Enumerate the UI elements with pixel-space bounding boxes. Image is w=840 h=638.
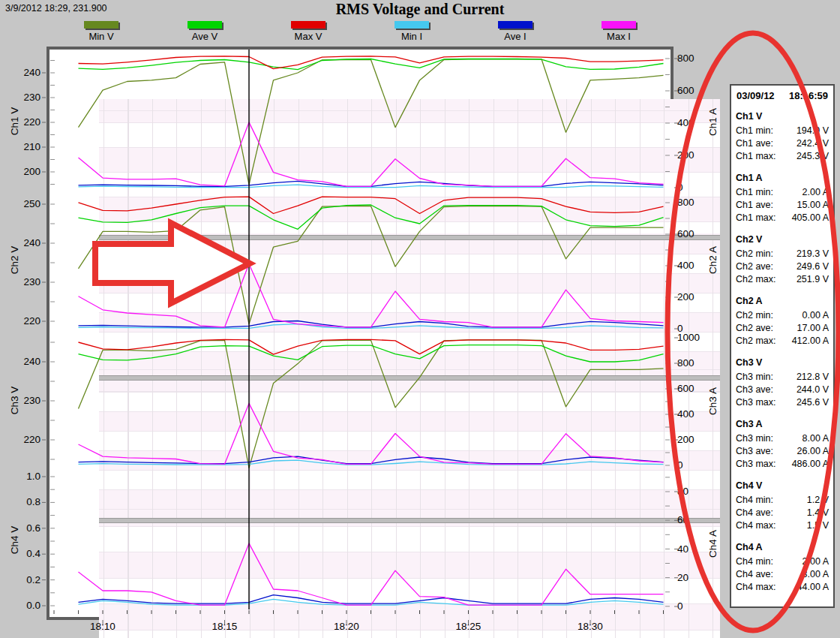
stats-group-ch3-v: Ch3 VCh3 min:212.8 VCh3 ave:244.0 VCh3 m… [736, 357, 829, 409]
stats-row: Ch1 ave:242.4 V [736, 137, 829, 150]
y-axis-tick-label: 200 [677, 434, 716, 445]
y-axis-tick-label: 220 [3, 315, 40, 327]
y-axis-tick-label: 800 [677, 53, 716, 64]
app-window: 3/9/2012 18:29, 231.900 RMS Voltage and … [0, 0, 840, 638]
stats-header: 03/09/12 18:16:59 [736, 89, 829, 101]
legend-item-max-i[interactable]: Max I [567, 21, 670, 42]
stats-group-ch2-a: Ch2 ACh2 min:0.00 ACh2 ave:17.00 ACh2 ma… [736, 295, 829, 348]
legend-swatch-ave-i-icon [498, 21, 532, 29]
stats-group-ch2-v: Ch2 VCh2 min:219.3 VCh2 ave:249.6 VCh2 m… [736, 233, 829, 286]
stats-row-value: 15.00 A [797, 199, 829, 212]
stats-row: Ch3 max:486.00 A [736, 458, 829, 471]
legend-item-ave-v[interactable]: Ave V [153, 21, 256, 42]
axis-label-ch3-v: Ch3 V [9, 378, 20, 423]
legend-label: Max V [295, 31, 322, 42]
y-axis-tick-label: 0.2 [3, 574, 40, 585]
stats-row: Ch2 max:251.9 V [736, 273, 829, 286]
legend-item-max-v[interactable]: Max V [256, 21, 360, 42]
stats-row-value: 3.00 A [802, 568, 829, 581]
stats-row-value: 1.2 V [807, 494, 829, 507]
stats-row: Ch4 max:1.5 V [736, 519, 829, 532]
stats-group-ch4-a: Ch4 ACh4 min:2.00 ACh4 ave:3.00 ACh4 max… [736, 541, 829, 594]
stats-row-value: 1.4 V [807, 507, 829, 519]
stats-row-value: 219.3 V [796, 248, 829, 260]
stats-row-label: Ch4 max: [736, 519, 776, 532]
y-axis-tick-label: 0 [677, 182, 716, 193]
axis-label-ch2-v: Ch2 V [9, 238, 20, 283]
stats-row-value: 8.00 A [802, 432, 829, 445]
stats-group-title: Ch4 A [736, 541, 829, 554]
page-title: RMS Voltage and Current [0, 1, 840, 18]
stats-group-title: Ch4 V [736, 480, 829, 492]
cursor-stats-panel: 03/09/12 18:16:59 Ch1 VCh1 min:194.9 VCh… [730, 84, 835, 608]
y-axis-tick-label: 240 [3, 356, 40, 367]
stats-row-label: Ch1 max: [736, 150, 776, 163]
legend-label: Min I [401, 31, 422, 42]
stats-group-title: Ch1 V [736, 110, 829, 123]
stats-group-ch1-a: Ch1 ACh1 min:2.00 ACh1 ave:15.00 ACh1 ma… [736, 172, 829, 224]
legend-label: Max I [607, 31, 631, 42]
stats-row-label: Ch2 ave: [736, 322, 773, 335]
stats-row-value: 405.00 A [792, 212, 829, 224]
stats-row-label: Ch3 max: [736, 396, 776, 409]
stats-row-label: Ch4 ave: [736, 507, 773, 519]
legend-item-ave-i[interactable]: Ave I [464, 21, 567, 42]
y-axis-tick-label: 200 [677, 291, 716, 302]
axis-label-ch3-a: Ch3 A [707, 379, 718, 424]
stats-row: Ch2 ave:17.00 A [736, 322, 829, 335]
panel-splitter[interactable] [99, 375, 720, 381]
stats-row-value: 245.6 V [796, 396, 829, 409]
stats-row: Ch1 ave:15.00 A [736, 199, 829, 212]
stats-row-label: Ch3 max: [736, 458, 776, 471]
x-axis-tick-label: 18:25 [446, 621, 491, 632]
axis-label-ch1-a: Ch1 A [707, 100, 718, 145]
stats-row: Ch4 ave:3.00 A [736, 568, 829, 581]
chart-panel-ch4[interactable] [99, 523, 720, 638]
chart-panel-ch2[interactable] [99, 240, 720, 375]
legend-item-min-i[interactable]: Min I [360, 21, 464, 42]
legend: Min VAve VMax VMin IAve IMax I [50, 21, 670, 42]
stats-row: Ch1 min:194.9 V [736, 125, 829, 137]
y-axis-tick-label: 0.8 [3, 496, 40, 507]
stats-row-label: Ch3 ave: [736, 445, 773, 458]
stats-row: Ch1 min:2.00 A [736, 186, 829, 199]
y-axis-tick-label: 200 [677, 149, 716, 161]
stats-row: Ch2 min:219.3 V [736, 248, 829, 260]
stats-row-value: 0.00 A [802, 309, 829, 322]
x-axis-tick-label: 18:20 [324, 621, 369, 632]
legend-swatch-max-i-icon [602, 21, 636, 29]
stats-row: Ch4 min:2.00 A [736, 555, 829, 568]
y-axis-tick-label: 220 [3, 434, 40, 445]
panel-splitter[interactable] [99, 518, 720, 523]
y-axis-tick-label: 1000 [677, 332, 716, 343]
y-axis-tick-label: 600 [677, 85, 716, 96]
y-axis-tick-label: 800 [677, 197, 716, 208]
stats-group-title: Ch1 A [736, 172, 829, 185]
y-axis-tick-label: 0 [677, 459, 716, 471]
x-axis-tick-label: 18:10 [80, 621, 125, 632]
stats-row: Ch1 max:245.3 V [736, 150, 829, 163]
stats-row-label: Ch1 ave: [736, 137, 773, 150]
stats-group-ch4-v: Ch4 VCh4 min:1.2 VCh4 ave:1.4 VCh4 max:1… [736, 480, 829, 532]
stats-row-label: Ch1 min: [736, 125, 773, 137]
y-axis-tick-label: 1.0 [3, 471, 40, 482]
stats-row-value: 2.00 A [802, 555, 829, 568]
stats-row-value: 245.3 V [796, 150, 829, 163]
stats-row-value: 486.00 A [792, 458, 829, 471]
panel-splitter[interactable] [99, 235, 720, 240]
stats-row-label: Ch3 ave: [736, 384, 773, 396]
stats-row-value: 251.9 V [796, 273, 829, 286]
stats-row: Ch3 ave:244.0 V [736, 384, 829, 396]
chart-panel-ch1[interactable] [99, 99, 720, 235]
stats-row-value: 44.00 A [797, 581, 829, 594]
stats-date: 03/09/12 [736, 90, 775, 101]
y-axis-tick-label: 20 [677, 572, 716, 583]
legend-swatch-min-v-icon [84, 21, 118, 29]
chart-panel-ch3[interactable] [99, 381, 720, 518]
stats-row: Ch2 min:0.00 A [736, 309, 829, 322]
y-axis-tick-label: 0.0 [3, 600, 40, 611]
legend-item-min-v[interactable]: Min V [50, 21, 153, 42]
stats-row-label: Ch4 min: [736, 494, 773, 507]
stats-row-label: Ch2 ave: [736, 260, 773, 273]
y-axis-tick-label: 800 [677, 357, 716, 369]
